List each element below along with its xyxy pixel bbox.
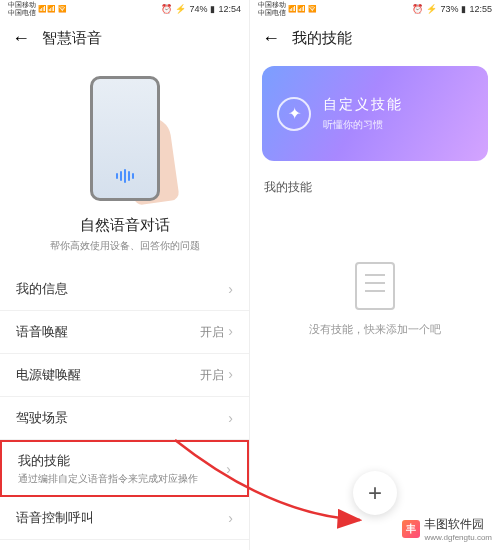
battery-icon: ⚡ xyxy=(426,4,437,14)
magic-wand-icon: ✦ xyxy=(277,97,311,131)
list-item-voice-wake[interactable]: 语音唤醒 开启 xyxy=(0,311,249,354)
status-carrier: 中国移动 中国电信 📶📶 🛜 xyxy=(258,1,317,17)
card-title: 自定义技能 xyxy=(323,96,403,114)
clock-time: 12:54 xyxy=(218,4,241,14)
battery-percent: 73% xyxy=(440,4,458,14)
status-bar: 中国移动 中国电信 📶📶 🛜 ⏰ ⚡ 73% ▮ 12:55 xyxy=(250,0,500,18)
watermark-logo-icon: 丰 xyxy=(402,520,420,538)
list-item-power-wake[interactable]: 电源键唤醒 开启 xyxy=(0,354,249,397)
hero-subtitle: 帮你高效使用设备、回答你的问题 xyxy=(20,239,229,253)
back-arrow-icon[interactable]: ← xyxy=(262,28,280,49)
empty-state: 没有技能，快来添加一个吧 xyxy=(250,202,500,357)
section-title: 我的技能 xyxy=(250,169,500,202)
card-subtitle: 听懂你的习惯 xyxy=(323,118,403,132)
annotation-arrow xyxy=(170,425,390,545)
watermark-text: 丰图软件园 xyxy=(424,516,492,533)
hero-title: 自然语音对话 xyxy=(20,216,229,235)
watermark: 丰 丰图软件园 www.dgfengtu.com xyxy=(402,516,492,542)
status-carrier: 中国移动 中国电信 📶📶 🛜 xyxy=(8,1,67,17)
phone-illustration xyxy=(20,68,229,208)
status-right: ⏰ ⚡ 74% ▮ 12:54 xyxy=(161,4,241,14)
alarm-icon: ⏰ xyxy=(161,4,172,14)
sound-wave-icon xyxy=(116,169,134,183)
header: ← 智慧语音 xyxy=(0,18,249,58)
custom-skill-card[interactable]: ✦ 自定义技能 听懂你的习惯 xyxy=(262,66,488,161)
hero-section: 自然语音对话 帮你高效使用设备、回答你的问题 xyxy=(0,58,249,268)
status-bar: 中国移动 中国电信 📶📶 🛜 ⏰ ⚡ 74% ▮ 12:54 xyxy=(0,0,249,18)
battery-percent: 74% xyxy=(189,4,207,14)
empty-text: 没有技能，快来添加一个吧 xyxy=(270,322,480,337)
header: ← 我的技能 xyxy=(250,18,500,58)
page-title: 我的技能 xyxy=(292,29,352,48)
document-icon xyxy=(355,262,395,310)
alarm-icon: ⏰ xyxy=(412,4,423,14)
list-item-my-info[interactable]: 我的信息 › xyxy=(0,268,249,311)
back-arrow-icon[interactable]: ← xyxy=(12,28,30,49)
status-right: ⏰ ⚡ 73% ▮ 12:55 xyxy=(412,4,492,14)
clock-time: 12:55 xyxy=(469,4,492,14)
battery-icon: ⚡ xyxy=(175,4,186,14)
page-title: 智慧语音 xyxy=(42,29,102,48)
watermark-url: www.dgfengtu.com xyxy=(424,533,492,542)
